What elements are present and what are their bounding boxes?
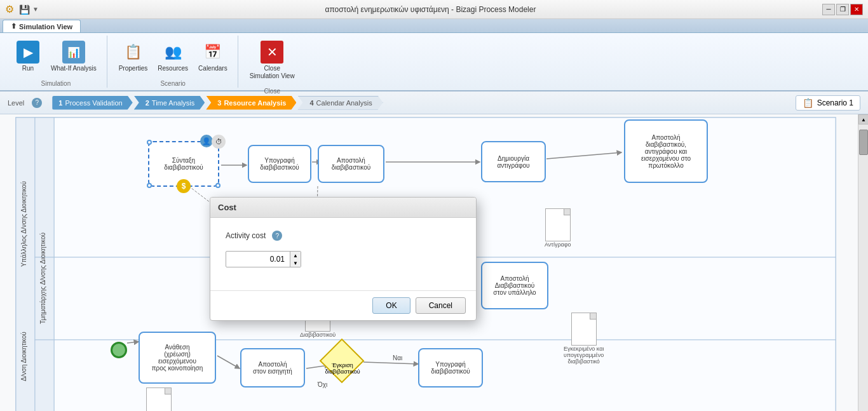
scenario-label: Scenario 1 xyxy=(817,98,853,107)
scenario-group: 📋 Properties 👥 Resources 📅 Calendars Sce… xyxy=(109,36,238,88)
label-ochi: Όχι xyxy=(318,381,327,388)
close-sim-label: Close Simulation View xyxy=(250,65,295,80)
spin-down-button[interactable]: ▼ xyxy=(290,259,301,267)
box-ypografi1[interactable]: Υπογραφήδιαβιβαστικού xyxy=(248,145,311,183)
run-icon: ▶ xyxy=(17,41,39,64)
simulation-group-label: Simulation xyxy=(41,77,71,87)
svg-line-15 xyxy=(127,342,139,343)
titlebar-left: ⚙ 💾 ▼ xyxy=(5,3,39,15)
svg-rect-4 xyxy=(16,118,35,411)
doc-antigrafo-label: Αντίγραφο xyxy=(545,241,571,248)
activity-cost-help-icon[interactable]: ? xyxy=(272,231,282,241)
properties-label: Properties xyxy=(119,65,148,72)
step2-num: 2 xyxy=(146,99,149,107)
scroll-up-button[interactable]: ▲ xyxy=(858,114,868,125)
activity-cost-input-wrap: ▲ ▼ xyxy=(226,251,301,267)
svg-text:Υπάλληλος Δ/νσης Διοικητικού: Υπάλληλος Δ/νσης Διοικητικού xyxy=(20,181,27,267)
cost-dialog-title: Cost xyxy=(218,203,236,212)
activity-cost-label: Activity cost xyxy=(226,231,266,240)
doc-antigrafo: Αντίγραφο xyxy=(545,208,571,248)
simulation-view-tab-icon: ⬆ xyxy=(11,22,17,30)
simulation-view-tab[interactable]: ⬆ Simulation View xyxy=(3,20,81,32)
box-apostoli1[interactable]: Αποστολήδιαβιβαστικού xyxy=(318,145,384,183)
ribbon: ⬆ Simulation View ▶ Run 📊 What-If Analys… xyxy=(0,19,868,91)
stepbar: Level ? 1 Process Validation 2 Time Anal… xyxy=(0,91,868,114)
ok-button[interactable]: OK xyxy=(372,297,410,314)
calendars-label: Calendars xyxy=(198,65,227,72)
box-dhmioyrgia-label: Δημιουργίααντιγράφου xyxy=(498,155,530,169)
box-dhmioyrgia[interactable]: Δημιουργίααντιγράφου xyxy=(481,141,546,182)
minimize-button[interactable]: ─ xyxy=(822,4,835,15)
svg-rect-6 xyxy=(35,257,54,340)
close-sim-icon: ✕ xyxy=(261,41,283,64)
vertical-scrollbar: ▲ ▼ xyxy=(858,114,868,411)
svg-line-16 xyxy=(217,356,240,368)
diamond-egkrisi-label: Έγκρισηδιαβιβαστικού xyxy=(322,362,363,375)
what-if-label: What-If Analysis xyxy=(51,65,97,72)
diamond-egkrisi[interactable] xyxy=(320,339,365,384)
box-apostoli-ypallilo[interactable]: ΑποστολήΔιαβιβαστικούστον υπάλληλο xyxy=(481,262,548,309)
box-apostoli-ypallilo-label: ΑποστολήΔιαβιβαστικούστον υπάλληλο xyxy=(493,275,536,296)
run-button[interactable]: ▶ Run xyxy=(13,38,43,75)
scenario-icon: 📋 xyxy=(803,98,813,108)
resources-icon: 👥 xyxy=(161,41,184,64)
box-apostoli-eisigiti[interactable]: Αποστολήστον εισηγητή xyxy=(240,348,305,387)
step3-label: Resource Analysis xyxy=(224,99,286,107)
doc-diavivastiko4-label: Διαβιβαστικού xyxy=(300,332,336,338)
box-apostoli1-label: Αποστολήδιαβιβαστικού xyxy=(332,157,370,171)
window-controls: ─ ❐ ✕ xyxy=(822,4,863,15)
restore-button[interactable]: ❐ xyxy=(836,4,849,15)
step3-num: 3 xyxy=(217,99,221,107)
doc-egkekrimeno-label: Εγκεκριμένο καιυπογεγραμμένοδιαβιβαστικό xyxy=(564,346,604,365)
scroll-track[interactable] xyxy=(858,125,868,411)
simulation-view-tab-label: Simulation View xyxy=(19,23,72,30)
step-2[interactable]: 2 Time Analysis xyxy=(134,96,205,110)
resources-button[interactable]: 👥 Resources xyxy=(155,38,191,75)
doc-egkekrimeno: Εγκεκριμένο καιυπογεγραμμένοδιαβιβαστικό xyxy=(564,313,604,365)
box-apostoli-full[interactable]: Αποστολήδιαβιβαστικού,αντιγράφου καιεισε… xyxy=(624,119,708,183)
steps-container: 1 Process Validation 2 Time Analysis 3 R… xyxy=(52,96,383,110)
activity-cost-input-row: ▲ ▼ xyxy=(226,251,461,267)
level-label: Level xyxy=(8,99,24,107)
close-group-items: ✕ Close Simulation View xyxy=(247,38,297,83)
calendars-icon: 📅 xyxy=(201,41,224,64)
step4-label: Calendar Analysis xyxy=(316,99,372,107)
cancel-button[interactable]: Cancel xyxy=(416,297,466,314)
cost-dialog-body: Activity cost ? ▲ ▼ xyxy=(210,218,476,290)
step-1[interactable]: 1 Process Validation xyxy=(52,96,132,110)
close-button[interactable]: ✕ xyxy=(850,4,863,15)
quick-save[interactable]: 💾 xyxy=(19,4,30,15)
cost-dialog-header: Cost xyxy=(210,198,476,218)
spin-up-button[interactable]: ▲ xyxy=(290,252,301,259)
close-group: ✕ Close Simulation View Close xyxy=(240,36,305,88)
level-help-icon[interactable]: ? xyxy=(32,98,42,108)
label-nai: Ναι xyxy=(393,354,402,361)
app-title: αποστολή ενημερωτικών υφιστάμενη - Bizag… xyxy=(39,5,822,14)
step-4[interactable]: 4 Calendar Analysis xyxy=(297,96,383,110)
box-syntaxi[interactable]: 👤 ⏱ $ Σύνταξηδιαβιβαστικού xyxy=(148,141,219,187)
ribbon-tab-bar: ⬆ Simulation View xyxy=(0,19,868,33)
spin-buttons: ▲ ▼ xyxy=(290,252,301,267)
close-simulation-button[interactable]: ✕ Close Simulation View xyxy=(247,38,297,83)
activity-cost-input[interactable] xyxy=(226,252,290,266)
resources-label: Resources xyxy=(158,65,188,72)
svg-text:Τμηματάρχης Δ/νσης Διοικητικού: Τμηματάρχης Δ/νσης Διοικητικού xyxy=(39,232,46,324)
scenario-group-items: 📋 Properties 👥 Resources 📅 Calendars xyxy=(116,38,230,75)
scroll-thumb[interactable] xyxy=(859,130,868,155)
properties-icon: 📋 xyxy=(121,41,144,64)
calendars-button[interactable]: 📅 Calendars xyxy=(196,38,230,75)
box-syntaxi-label: Σύνταξηδιαβιβαστικού xyxy=(164,157,203,171)
title-bar: ⚙ 💾 ▼ αποστολή ενημερωτικών υφιστάμενη -… xyxy=(0,0,868,19)
svg-line-18 xyxy=(363,362,418,364)
box-ypografi1-label: Υπογραφήδιαβιβαστικού xyxy=(260,157,299,171)
quick-arrow[interactable]: ▼ xyxy=(32,6,39,13)
scenario-box[interactable]: 📋 Scenario 1 xyxy=(796,95,860,111)
box-anathesi[interactable]: Ανάθεση(χρέωση)εισερχόμενουπρος κοινοποί… xyxy=(139,332,216,384)
box-ypografi2[interactable]: Υπογραφήδιαβιβαστικού xyxy=(418,348,483,387)
box-anathesi-label: Ανάθεση(χρέωση)εισερχόμενουπρος κοινοποί… xyxy=(152,344,203,372)
main-area: Υπάλληλος Δ/νσης Διοικητικού Τμηματάρχης… xyxy=(0,114,868,411)
step-3[interactable]: 3 Resource Analysis xyxy=(206,96,296,110)
cost-dialog: Cost Activity cost ? ▲ ▼ xyxy=(210,197,477,321)
what-if-button[interactable]: 📊 What-If Analysis xyxy=(48,38,99,75)
properties-button[interactable]: 📋 Properties xyxy=(116,38,151,75)
